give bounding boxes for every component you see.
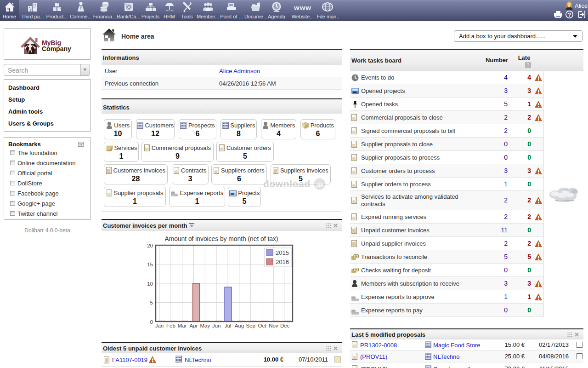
svg-text:2015: 2015 <box>276 249 289 256</box>
svg-text:Jul: Jul <box>225 323 232 328</box>
svg-text:20: 20 <box>147 243 153 248</box>
svg-text:Sep: Sep <box>246 323 255 328</box>
svg-text:Nov: Nov <box>269 323 278 328</box>
svg-text:May: May <box>200 323 210 328</box>
svg-text:15: 15 <box>147 262 153 267</box>
svg-text:Jan: Jan <box>155 323 164 328</box>
svg-text:Mar: Mar <box>178 323 187 328</box>
svg-text:Aug: Aug <box>235 323 244 328</box>
svg-text:2016: 2016 <box>276 259 289 265</box>
svg-text:Apr: Apr <box>190 323 198 328</box>
svg-text:Dec: Dec <box>280 323 290 328</box>
svg-text:Oct: Oct <box>258 323 267 328</box>
svg-text:10: 10 <box>147 281 153 287</box>
svg-text:www: www <box>294 4 311 12</box>
svg-text:Jun: Jun <box>212 323 221 328</box>
svg-text:Amount of invoices by month (n: Amount of invoices by month (net of tax) <box>165 236 278 242</box>
svg-text:Feb: Feb <box>166 323 175 328</box>
svg-text:5: 5 <box>150 300 153 305</box>
svg-text:Ǝk: Ǝk <box>316 181 324 188</box>
svg-text:?: ? <box>568 12 571 17</box>
svg-text:0: 0 <box>150 319 153 325</box>
